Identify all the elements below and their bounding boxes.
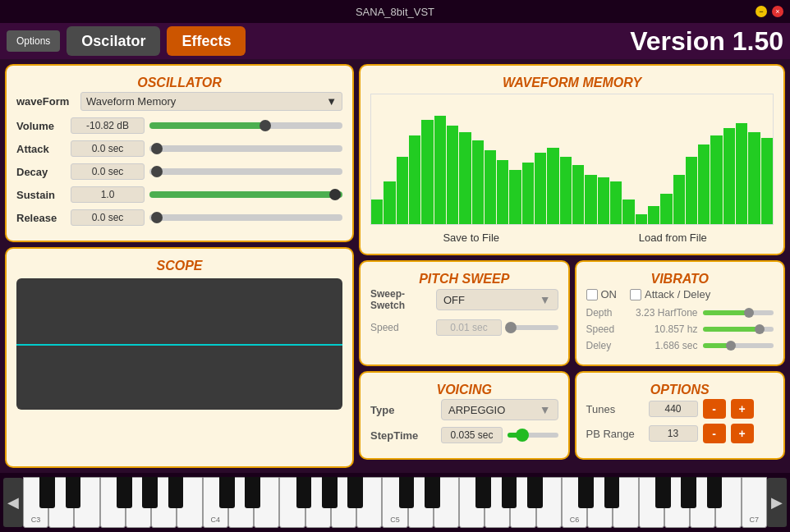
piano-black-key[interactable]	[117, 477, 132, 508]
decay-slider-thumb[interactable]	[151, 166, 163, 177]
piano-key-label: C7	[749, 516, 759, 524]
waveform-bar	[560, 157, 572, 225]
piano-black-key[interactable]	[527, 477, 543, 508]
piano-black-key[interactable]	[347, 477, 363, 508]
oscillator-title: OSCILLATOR	[16, 71, 342, 92]
pbrange-row: PB Range 13 - +	[586, 424, 774, 443]
vibrato-attack-delay-check[interactable]: Attack / Deley	[630, 288, 710, 300]
waveform-bar	[572, 165, 584, 224]
speed-slider-thumb[interactable]	[505, 322, 517, 333]
sustain-value: 1.0	[71, 186, 145, 203]
piano-left-arrow[interactable]: ◀	[3, 478, 23, 527]
decay-slider[interactable]	[149, 168, 342, 175]
vibrato-speed-row: Speed 10.857 hz	[586, 323, 774, 335]
version-label: Version 1.50	[630, 26, 783, 57]
piano-black-key[interactable]	[502, 477, 517, 508]
volume-label: Volume	[16, 120, 66, 132]
attack-row: Attack 0.0 sec	[16, 140, 342, 157]
waveform-bar	[447, 126, 458, 224]
steptime-thumb[interactable]	[516, 429, 529, 442]
sustain-slider[interactable]	[149, 191, 342, 198]
attack-slider-thumb[interactable]	[151, 143, 163, 154]
volume-slider[interactable]	[149, 122, 342, 129]
speed-slider[interactable]	[508, 325, 558, 330]
piano-black-key[interactable]	[219, 477, 235, 508]
options-menu-button[interactable]: Options	[7, 30, 60, 52]
vibrato-depth-label: Depth	[586, 307, 629, 319]
waveform-memory-title: WAVEFORM MEMORY	[370, 71, 774, 92]
decay-value: 0.0 sec	[71, 163, 145, 180]
vibrato-depth-slider[interactable]	[703, 310, 774, 315]
piano-black-key[interactable]	[168, 477, 184, 508]
waveform-dropdown[interactable]: Waveform Memory ▼	[80, 92, 342, 111]
vibrato-attack-delay-checkbox[interactable]	[630, 289, 641, 300]
waveform-bar	[485, 150, 496, 224]
sweep-select[interactable]: OFF ▼	[436, 289, 558, 310]
vibrato-delay-slider[interactable]	[703, 343, 774, 348]
pbrange-minus-button[interactable]: -	[703, 424, 726, 443]
piano-keys[interactable]: C3C4C5C6C7	[23, 477, 767, 528]
waveform-display[interactable]	[370, 94, 774, 225]
vibrato-title: VIBRATO	[586, 267, 774, 288]
vibrato-speed-thumb[interactable]	[755, 324, 765, 334]
piano-black-key[interactable]	[475, 477, 491, 508]
waveform-bar	[622, 200, 634, 224]
waveform-bar	[371, 200, 383, 224]
close-button[interactable]: ×	[772, 6, 783, 17]
volume-slider-thumb[interactable]	[260, 120, 271, 131]
waveform-bar	[636, 214, 647, 224]
piano-black-key[interactable]	[399, 477, 415, 508]
app-title: SANA_8bit_VST	[356, 6, 434, 18]
piano-black-key[interactable]	[578, 477, 594, 508]
waveform-bar	[459, 132, 471, 225]
vibrato-on-checkbox[interactable]	[586, 289, 598, 300]
release-slider[interactable]	[149, 214, 342, 221]
vibrato-speed-slider[interactable]	[703, 327, 774, 332]
minimize-button[interactable]: −	[756, 6, 767, 17]
piano-black-key[interactable]	[322, 477, 338, 508]
sustain-label: Sustain	[16, 189, 66, 201]
vibrato-depth-thumb[interactable]	[744, 308, 754, 318]
vibrato-on-check[interactable]: ON	[586, 288, 618, 300]
load-from-file-button[interactable]: Load from File	[572, 228, 774, 247]
piano-black-key[interactable]	[66, 477, 81, 508]
waveform-label: waveForm	[16, 95, 76, 108]
piano-black-key[interactable]	[655, 477, 671, 508]
sweep-value: OFF	[443, 294, 465, 306]
waveform-bar	[660, 194, 672, 225]
attack-slider[interactable]	[149, 145, 342, 152]
options-panel: OPTIONS Tunes 440 - + PB Range 13 - +	[575, 371, 786, 460]
piano-black-key[interactable]	[681, 477, 696, 508]
voicing-type-select[interactable]: ARPEGGIO ▼	[441, 399, 558, 420]
piano-white-key[interactable]: C7	[742, 477, 767, 528]
tunes-minus-button[interactable]: -	[703, 399, 726, 419]
vibrato-speed-value: 10.857 hz	[629, 323, 703, 335]
piano-black-key[interactable]	[39, 477, 55, 508]
piano-right-arrow[interactable]: ▶	[767, 478, 787, 527]
pbrange-plus-button[interactable]: +	[731, 424, 754, 443]
vibrato-delay-thumb[interactable]	[726, 341, 736, 351]
piano-black-key[interactable]	[142, 477, 158, 508]
sweep-label: Sweep- Swetch	[370, 288, 436, 311]
steptime-value: 0.035 sec	[441, 427, 503, 443]
vibrato-panel: VIBRATO ON Attack / Deley Depth 3.23 Har…	[575, 260, 786, 366]
release-slider-thumb[interactable]	[151, 212, 163, 223]
piano-black-key[interactable]	[707, 477, 723, 508]
waveform-bar	[509, 170, 521, 224]
tunes-plus-button[interactable]: +	[731, 399, 754, 419]
piano-black-key[interactable]	[425, 477, 440, 508]
tab-effects[interactable]: Effects	[167, 26, 246, 56]
piano-black-key[interactable]	[296, 477, 312, 508]
waveform-bar	[686, 157, 697, 225]
waveform-bar	[497, 160, 508, 224]
sustain-slider-thumb[interactable]	[329, 189, 341, 200]
release-row: Release 0.0 sec	[16, 209, 342, 226]
steptime-slider[interactable]	[508, 433, 558, 438]
vibrato-attack-delay-label: Attack / Deley	[645, 288, 710, 300]
save-to-file-button[interactable]: Save to File	[370, 228, 572, 247]
piano-black-key[interactable]	[245, 477, 260, 508]
piano-black-key[interactable]	[604, 477, 620, 508]
sweep-row: Sweep- Swetch OFF ▼	[370, 288, 558, 311]
voicing-panel: VOICING Type ARPEGGIO ▼ StepTime 0.035 s…	[359, 371, 570, 460]
tab-oscillator[interactable]: Oscilator	[67, 26, 160, 56]
